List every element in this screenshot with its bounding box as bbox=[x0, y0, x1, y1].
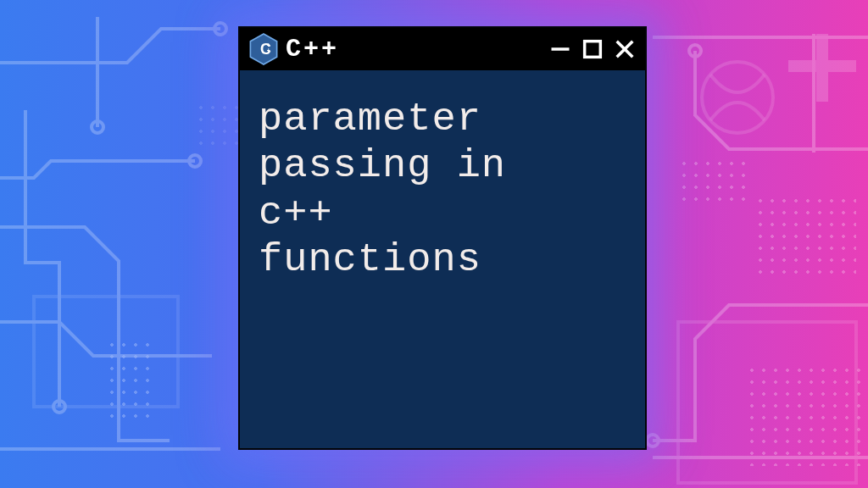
content-line: parameter bbox=[259, 96, 630, 142]
svg-rect-14 bbox=[585, 42, 601, 58]
window-title: C++ bbox=[286, 35, 542, 64]
content-line: passing in bbox=[259, 142, 630, 189]
minimize-button[interactable] bbox=[548, 37, 572, 61]
close-button[interactable] bbox=[613, 37, 637, 61]
titlebar: C + + C++ bbox=[240, 28, 645, 70]
terminal-window: C + + C++ parameter passing in c++ funct… bbox=[238, 26, 647, 450]
content-line: c++ bbox=[259, 190, 630, 236]
window-controls bbox=[548, 37, 637, 61]
terminal-body: parameter passing in c++ functions bbox=[240, 70, 645, 448]
svg-text:+: + bbox=[267, 47, 270, 54]
cpp-icon: C + + bbox=[248, 32, 279, 66]
maximize-button[interactable] bbox=[581, 37, 604, 61]
content-line: functions bbox=[259, 236, 630, 283]
svg-point-6 bbox=[702, 62, 773, 133]
